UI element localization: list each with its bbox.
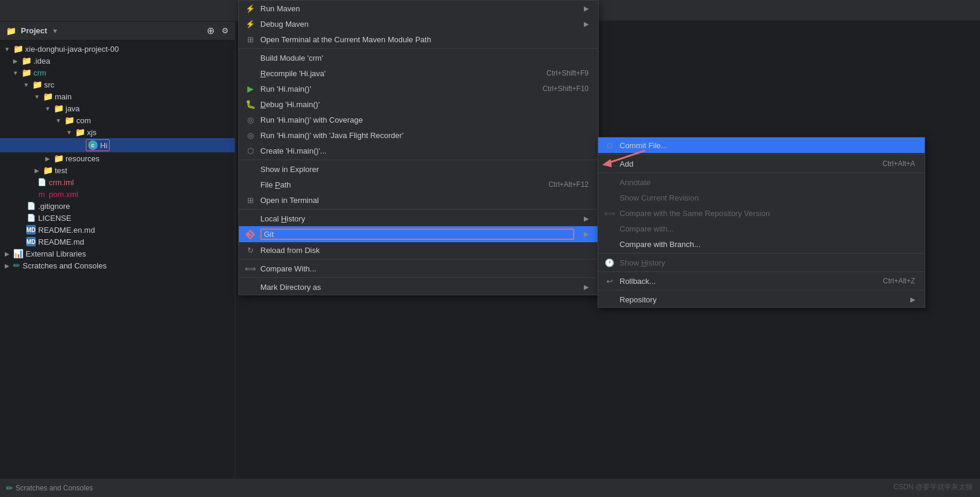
repository-label: Repository (620, 295, 901, 304)
pom-xml-icon: m (37, 189, 46, 199)
menu-item-run-coverage[interactable]: ◎ Run 'Hi.main()' with Coverage (239, 112, 598, 127)
build-module-icon (245, 52, 256, 63)
menu-item-file-path[interactable]: File Path Ctrl+Alt+F12 (239, 177, 598, 192)
compare-same-repo-icon: ⟺ (604, 208, 615, 218)
add-shortcut: Ctrl+Alt+A (882, 160, 915, 168)
menu-item-debug-hi[interactable]: 🐛 Debug 'Hi.main()' (239, 96, 598, 112)
menu-item-open-terminal[interactable]: ⊞ Open in Terminal (239, 192, 598, 208)
collapse-arrow-icon: ▼ (4, 46, 11, 52)
java-label: java (66, 104, 80, 113)
run-flight-label: Run 'Hi.main()' with 'Java Flight Record… (260, 131, 589, 140)
tree-item-xjs[interactable]: ▼ 📁 xjs (0, 126, 235, 138)
menu-item-debug-maven[interactable]: ⚡ Debug Maven ▶ (239, 16, 598, 32)
git-menu-icon (245, 229, 256, 240)
git-context-submenu[interactable]: ⊙ Commit File... + Add Ctrl+Alt+A Annota… (598, 137, 925, 308)
license-label: LICENSE (38, 214, 71, 223)
git-submenu-arrow: ▶ (584, 230, 589, 238)
scratches-label: Scratches and Consoles (23, 261, 107, 270)
tree-item-scratches[interactable]: ▶ ✏ Scratches and Consoles (0, 260, 235, 271)
menu-item-rollback[interactable]: ↩ Rollback... Ctrl+Alt+Z (598, 273, 925, 289)
menu-item-build-module[interactable]: Build Module 'crm' (239, 50, 598, 65)
tree-item-gitignore[interactable]: 📄 .gitignore (0, 200, 235, 212)
tree-item-hi[interactable]: C Hi (0, 138, 235, 152)
tree-item-idea[interactable]: ▶ 📁 .idea (0, 55, 235, 67)
menu-item-run-maven[interactable]: ⚡ Run Maven ▶ (239, 1, 598, 16)
menu-item-mark-directory[interactable]: Mark Directory as ▶ (239, 279, 598, 295)
menu-item-create-hi[interactable]: ⬡ Create 'Hi.main()'... (239, 143, 598, 158)
rollback-label: Rollback... (620, 277, 866, 286)
mark-directory-icon (245, 282, 256, 292)
file-path-label: File Path (260, 180, 532, 189)
menu-item-local-history[interactable]: Local History ▶ (239, 211, 598, 226)
tree-item-readme[interactable]: MD README.md (0, 236, 235, 248)
run-hi-shortcut: Ctrl+Shift+F10 (543, 85, 589, 93)
main-arrow-icon: ▼ (33, 93, 41, 100)
menu-item-compare-branch[interactable]: Compare with Branch... (598, 236, 925, 252)
project-tree: ▼ 📁 xie-donghui-java-project-00 ▶ 📁 .ide… (0, 40, 235, 497)
menu-item-show-explorer[interactable]: Show in Explorer (239, 161, 598, 177)
sidebar-panel: 📁 Project ▼ ⊕ ⚙ ▼ 📁 xie-donghui-java-pro… (0, 21, 235, 497)
tree-item-pom-xml[interactable]: m pom.xml (0, 188, 235, 200)
xjs-label: xjs (87, 128, 97, 137)
tree-item-test[interactable]: ▶ 📁 test (0, 164, 235, 176)
menu-item-reload[interactable]: ↻ Reload from Disk (239, 242, 598, 258)
menu-item-git[interactable]: Git ▶ (239, 226, 598, 242)
menu-item-compare-with-git: Compare with... (598, 221, 925, 236)
src-label: src (44, 80, 54, 89)
open-terminal-maven-icon: ⊞ (245, 34, 256, 45)
separator-5 (239, 277, 598, 278)
readme-icon: MD (26, 237, 36, 246)
tree-item-com[interactable]: ▼ 📁 com (0, 114, 235, 126)
dropdown-arrow-icon[interactable]: ▼ (52, 27, 58, 35)
add-content-button[interactable]: ⊕ (207, 25, 214, 36)
menu-item-commit-file[interactable]: ⊙ Commit File... (598, 137, 925, 153)
separator-2 (239, 160, 598, 160)
menu-item-repository[interactable]: Repository ▶ (598, 292, 925, 307)
compare-with-git-icon (604, 223, 615, 234)
local-history-icon (245, 213, 256, 224)
git-sep-5 (598, 290, 925, 290)
create-hi-icon: ⬡ (245, 145, 256, 156)
com-label: com (76, 116, 91, 125)
tree-item-external-libraries[interactable]: ▶ 📊 External Libraries (0, 248, 235, 260)
menu-item-open-terminal-maven[interactable]: ⊞ Open Terminal at the Current Maven Mod… (239, 32, 598, 47)
menu-item-add[interactable]: + Add Ctrl+Alt+A (598, 156, 925, 171)
recompile-shortcut: Ctrl+Shift+F9 (546, 69, 589, 77)
tree-item-src[interactable]: ▼ 📁 src (0, 79, 235, 90)
test-arrow-icon: ▶ (33, 167, 41, 174)
menu-item-recompile[interactable]: Recompile 'Hi.java' Ctrl+Shift+F9 (239, 65, 598, 81)
show-history-icon: 🕐 (604, 257, 615, 268)
bottom-scratches-item[interactable]: ✏ Scratches and Consoles (6, 483, 93, 493)
scratches-icon: ✏ (13, 261, 20, 270)
git-label: Git (260, 229, 574, 240)
tree-item-crm-iml[interactable]: 📄 crm.iml (0, 176, 235, 188)
tree-item-java[interactable]: ▼ 📁 java (0, 102, 235, 114)
folder-icon: 📁 (6, 26, 16, 36)
com-arrow-icon: ▼ (55, 117, 62, 124)
tree-item-main[interactable]: ▼ 📁 main (0, 90, 235, 102)
recompile-icon (245, 68, 256, 79)
expand-arrow-icon: ▶ (12, 58, 19, 64)
run-hi-label: Run 'Hi.main()' (260, 85, 526, 93)
local-history-submenu-arrow: ▶ (584, 215, 589, 223)
run-flight-icon: ◎ (245, 130, 256, 140)
crm-folder-icon: 📁 (21, 68, 31, 77)
tree-item-crm[interactable]: ▼ 📁 crm (0, 67, 235, 79)
test-label: test (55, 166, 67, 175)
menu-item-run-flight[interactable]: ◎ Run 'Hi.main()' with 'Java Flight Reco… (239, 127, 598, 143)
tree-item-license[interactable]: 📄 LICENSE (0, 212, 235, 224)
src-arrow-icon: ▼ (23, 82, 30, 88)
menu-item-compare-with[interactable]: ⟺ Compare With... (239, 261, 598, 276)
repository-icon (604, 294, 615, 305)
rollback-icon: ↩ (604, 276, 615, 286)
hi-label: Hi (100, 141, 107, 150)
settings-icon[interactable]: ⚙ (222, 26, 229, 35)
menu-item-run-hi[interactable]: ▶ Run 'Hi.main()' Ctrl+Shift+F10 (239, 81, 598, 96)
add-label: Add (620, 160, 866, 168)
readme-en-icon: MD (26, 225, 36, 235)
tree-item-readme-en[interactable]: MD README.en.md (0, 224, 235, 236)
git-sep-3 (598, 253, 925, 254)
tree-item-resources[interactable]: ▶ 📁 resources (0, 152, 235, 164)
main-context-menu[interactable]: ⚡ Run Maven ▶ ⚡ Debug Maven ▶ ⊞ Open Ter… (238, 0, 599, 295)
tree-item-root[interactable]: ▼ 📁 xie-donghui-java-project-00 (0, 43, 235, 55)
